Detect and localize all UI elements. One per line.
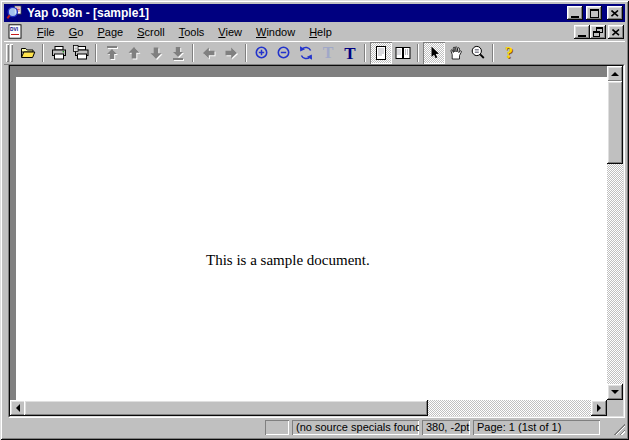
mdi-restore-button[interactable] <box>590 25 606 39</box>
printer-icon <box>51 45 67 61</box>
help-button[interactable]: ? <box>498 42 520 64</box>
refresh-button[interactable] <box>295 42 317 64</box>
previous-page-button[interactable] <box>123 42 145 64</box>
arrow-down-icon <box>611 390 619 394</box>
menu-page[interactable]: Page <box>90 24 130 40</box>
arrow-right-icon <box>223 45 239 61</box>
open-folder-icon <box>20 45 36 61</box>
status-source-specials: (no source specials found) <box>292 420 419 435</box>
status-page-indicator: Page: 1 (1st of 1) <box>473 420 600 435</box>
toolbar-gripper[interactable] <box>10 44 13 62</box>
next-page-button[interactable] <box>145 42 167 64</box>
yap-window: Yap 0.98n - [sample1] DVI File Go Page S… <box>0 0 629 440</box>
status-indicator-panel <box>265 420 289 435</box>
mdi-close-button[interactable] <box>608 25 624 39</box>
toolbar-gripper[interactable] <box>6 44 9 62</box>
vertical-scroll-thumb[interactable] <box>607 81 623 164</box>
menu-scroll[interactable]: Scroll <box>130 24 172 40</box>
menu-file[interactable]: File <box>30 24 62 40</box>
horizontal-scroll-thumb[interactable] <box>24 400 428 416</box>
document-canvas[interactable]: This is a sample document. <box>10 66 607 400</box>
document-view: This is a sample document. <box>8 64 625 418</box>
printer-document-icon <box>73 45 89 61</box>
status-message <box>4 420 262 435</box>
single-page-view-button[interactable] <box>370 42 392 64</box>
arrow-up-icon <box>611 72 619 76</box>
toolbar-separator <box>245 44 246 62</box>
document-view-inner: This is a sample document. <box>9 65 624 417</box>
arrow-down-icon <box>148 45 164 61</box>
document-text: This is a sample document. <box>206 252 370 269</box>
pointer-arrow-icon <box>426 45 442 61</box>
toolbar-separator <box>42 44 43 62</box>
minimize-icon <box>571 16 579 18</box>
facing-pages-icon <box>395 45 411 61</box>
arrow-up-icon <box>126 45 142 61</box>
refresh-arrows-icon <box>298 45 314 61</box>
magnifier-tool-button[interactable] <box>467 42 489 64</box>
font-solid-mode-button[interactable]: T <box>339 42 361 64</box>
svg-text:DVI: DVI <box>10 27 19 32</box>
arrow-down-bar-icon <box>170 45 186 61</box>
minimize-button[interactable] <box>567 6 583 20</box>
open-button[interactable] <box>17 42 39 64</box>
maximize-icon <box>590 9 599 18</box>
print-button[interactable] <box>48 42 70 64</box>
history-back-button[interactable] <box>198 42 220 64</box>
close-icon <box>611 10 619 17</box>
circle-minus-icon <box>276 45 292 61</box>
facing-pages-view-button[interactable] <box>392 42 414 64</box>
font-outline-mode-button[interactable]: T <box>317 42 339 64</box>
scrollbar-corner <box>607 400 623 416</box>
mdi-minimize-icon <box>578 35 586 37</box>
arrow-up-bar-icon <box>104 45 120 61</box>
toolbar-separator <box>364 44 365 62</box>
select-tool-button[interactable] <box>423 42 445 64</box>
close-button[interactable] <box>607 6 623 20</box>
menu-go[interactable]: Go <box>62 24 91 40</box>
mdi-restore-icon <box>593 27 603 37</box>
toolbar-separator <box>95 44 96 62</box>
letter-T-outline-icon: T <box>323 45 334 61</box>
horizontal-scrollbar[interactable] <box>10 400 607 416</box>
dvi-document-icon[interactable]: DVI <box>7 24 24 40</box>
magnifier-lines-icon <box>470 45 486 61</box>
history-forward-button[interactable] <box>220 42 242 64</box>
single-page-icon <box>373 45 389 61</box>
status-cursor-position: 380, -2pt <box>422 420 470 435</box>
hand-icon <box>448 45 464 61</box>
print-pages-button[interactable] <box>70 42 92 64</box>
menu-window[interactable]: Window <box>249 24 302 40</box>
menubar: DVI File Go Page Scroll Tools View Windo… <box>4 23 625 41</box>
toolbar-separator <box>417 44 418 62</box>
letter-T-solid-icon: T <box>344 45 355 62</box>
menu-view[interactable]: View <box>211 24 249 40</box>
toolbar-separator <box>492 44 493 62</box>
statusbar: (no source specials found) 380, -2pt Pag… <box>4 419 625 436</box>
scroll-right-button[interactable] <box>591 400 607 416</box>
menu-help[interactable]: Help <box>302 24 339 40</box>
yap-app-icon[interactable] <box>6 5 22 21</box>
first-page-button[interactable] <box>101 42 123 64</box>
mdi-window-buttons <box>574 25 625 39</box>
toolbar: T T <box>4 41 625 65</box>
mdi-close-icon <box>612 29 620 36</box>
document-page[interactable]: This is a sample document. <box>16 77 607 400</box>
zoom-in-button[interactable] <box>251 42 273 64</box>
resize-grip[interactable] <box>612 422 625 435</box>
mdi-minimize-button[interactable] <box>574 25 590 39</box>
zoom-out-button[interactable] <box>273 42 295 64</box>
vertical-scrollbar[interactable] <box>607 66 623 400</box>
last-page-button[interactable] <box>167 42 189 64</box>
arrow-left-icon <box>16 404 20 412</box>
question-mark-icon: ? <box>505 45 513 61</box>
menu-tools[interactable]: Tools <box>172 24 212 40</box>
titlebar[interactable]: Yap 0.98n - [sample1] <box>4 4 625 22</box>
scroll-down-button[interactable] <box>607 384 623 400</box>
hand-tool-button[interactable] <box>445 42 467 64</box>
window-title: Yap 0.98n - [sample1] <box>25 6 564 20</box>
maximize-button[interactable] <box>586 6 602 20</box>
toolbar-separator <box>192 44 193 62</box>
scroll-up-button[interactable] <box>607 66 623 82</box>
arrow-right-icon <box>597 404 601 412</box>
